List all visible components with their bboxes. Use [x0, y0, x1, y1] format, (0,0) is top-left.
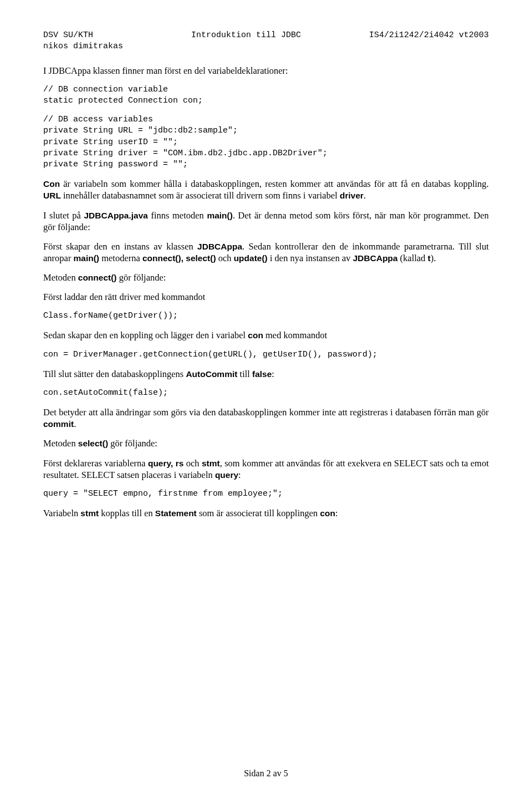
- text: är variabeln som kommer hålla i databask…: [60, 179, 489, 189]
- text: i den nya instansen av: [268, 253, 353, 263]
- header-left-line2: nikos dimitrakas: [43, 42, 123, 51]
- text: Det betyder att alla ändringar som görs …: [43, 407, 489, 418]
- bold-driver: driver: [340, 191, 364, 200]
- bold-con2: con: [248, 330, 263, 340]
- text: ).: [431, 253, 436, 263]
- text: och: [183, 458, 202, 469]
- bold-stmt: stmt: [202, 459, 220, 468]
- paragraph-coupling: Sedan skapar den en koppling och lägger …: [43, 329, 489, 341]
- bold-stmt2: stmt: [80, 508, 99, 518]
- bold-main: main(): [207, 211, 233, 220]
- text: .: [364, 190, 366, 201]
- text: :: [238, 470, 241, 480]
- text: Till slut sätter den databaskopplingens: [43, 369, 186, 379]
- page-content: I JDBCAppa klassen finner man först en d…: [43, 65, 489, 520]
- bold-jdbcappa-java: JDBCAppa.java: [84, 211, 147, 220]
- text: Metoden: [43, 272, 78, 283]
- page-header: DSV SU/KTH nikos dimitrakas Introduktion…: [43, 30, 489, 53]
- text: som är associerat till kopplingen: [197, 508, 320, 518]
- text: :: [272, 369, 274, 379]
- text: kopplas till en: [99, 508, 155, 518]
- paragraph-declarations: Först deklareras variablerna query, rs o…: [43, 457, 489, 481]
- bold-select: select(): [78, 439, 108, 448]
- bold-statement: Statement: [155, 508, 197, 518]
- bold-commit: commit: [43, 419, 74, 429]
- paragraph-load-driver: Först laddar den rätt driver med kommand…: [43, 291, 489, 303]
- code-access-vars: // DB access variables private String UR…: [43, 114, 489, 170]
- text: (kallad: [398, 253, 428, 263]
- text: gör följande:: [117, 272, 166, 283]
- header-right: IS4/2i1242/2i4042 vt2003: [369, 30, 489, 53]
- paragraph-main: I slutet på JDBCAppa.java finns metoden …: [43, 210, 489, 233]
- page: DSV SU/KTH nikos dimitrakas Introduktion…: [0, 0, 532, 794]
- bold-url: URL: [43, 191, 61, 200]
- header-center: Introduktion till JDBC: [191, 30, 301, 53]
- text: :: [335, 508, 338, 518]
- code-connection-var: // DB connection variable static protect…: [43, 84, 489, 107]
- text: Först skapar den en instans av klassen: [43, 241, 197, 252]
- paragraph-stmt: Variabeln stmt kopplas till en Statement…: [43, 507, 489, 519]
- paragraph-meaning: Det betyder att alla ändringar som görs …: [43, 406, 489, 430]
- bold-query-rs: query, rs: [148, 459, 184, 468]
- paragraph-select-heading: Metoden select() gör följande:: [43, 437, 489, 449]
- text: och: [216, 253, 234, 263]
- code-query: query = "SELECT empno, firstnme from emp…: [43, 488, 489, 500]
- text: till: [237, 369, 252, 379]
- bold-con3: con: [320, 508, 335, 518]
- bold-connect-select: connect(), select(): [142, 253, 216, 263]
- header-left-line1: DSV SU/KTH: [43, 30, 93, 40]
- code-forname: Class.forName(getDriver());: [43, 311, 489, 322]
- text: Sedan skapar den en koppling och lägger …: [43, 330, 248, 340]
- bold-autocommit: AutoCommit: [186, 369, 237, 379]
- bold-query: query: [215, 470, 238, 480]
- bold-jdbcappa: JDBCAppa: [197, 242, 242, 251]
- text: med kommandot: [263, 330, 327, 340]
- paragraph-autocommit: Till slut sätter den databaskopplingens …: [43, 368, 489, 380]
- text: metoderna: [99, 253, 142, 263]
- text: finns metoden: [148, 210, 207, 221]
- header-left: DSV SU/KTH nikos dimitrakas: [43, 30, 123, 53]
- bold-con: Con: [43, 179, 60, 189]
- paragraph-con: Con är variabeln som kommer hålla i data…: [43, 178, 489, 201]
- text: Variabeln: [43, 508, 80, 518]
- code-getconnection: con = DriverManager.getConnection(getURL…: [43, 349, 489, 360]
- page-footer: Sidan 2 av 5: [0, 768, 532, 778]
- text: I slutet på: [43, 210, 84, 221]
- text: innehåller databasnamnet som är associer…: [61, 190, 340, 201]
- bold-jdbcappa2: JDBCAppa: [353, 253, 398, 263]
- bold-main2: main(): [74, 253, 100, 263]
- intro-text: I JDBCAppa klassen finner man först en d…: [43, 65, 489, 77]
- paragraph-connect-heading: Metoden connect() gör följande:: [43, 272, 489, 283]
- paragraph-instance: Först skapar den en instans av klassen J…: [43, 241, 489, 264]
- bold-update: update(): [234, 253, 268, 263]
- text: Först deklareras variablerna: [43, 458, 148, 469]
- text: Metoden: [43, 438, 78, 449]
- text: gör följande:: [108, 438, 157, 449]
- bold-connect: connect(): [78, 273, 117, 282]
- code-setautocommit: con.setAutoCommit(false);: [43, 388, 489, 399]
- text: .: [74, 419, 76, 429]
- bold-false: false: [252, 369, 272, 379]
